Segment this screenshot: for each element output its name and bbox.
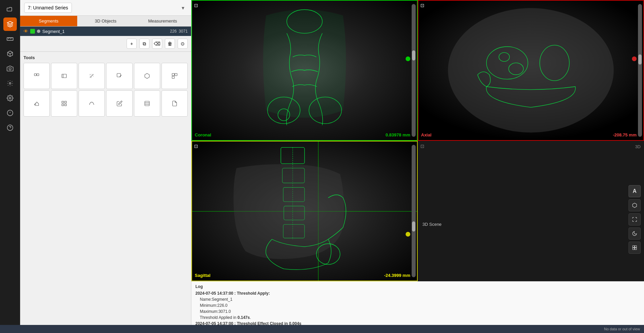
cog-icon-btn[interactable] [3, 91, 17, 105]
axial-scrollbar[interactable] [638, 4, 642, 137]
axial-viewer[interactable]: ⊡ Axial -208.75 mm [418, 0, 644, 141]
coronal-expand-icon[interactable]: ⊡ [194, 3, 198, 8]
svg-rect-29 [62, 104, 63, 106]
segment-tabs: Segments 3D Objects Measurements [20, 16, 191, 27]
sagittal-viewer[interactable]: ⊡ Sagittal -24.3999 mm [191, 141, 418, 282]
log-entry-1: Name:Segment_1 [195, 296, 640, 302]
svg-rect-43 [281, 147, 305, 163]
3d-label: 3D [635, 144, 641, 149]
add-segment-btn[interactable]: + [127, 39, 137, 49]
ruler-icon-btn[interactable] [3, 32, 17, 46]
help-icon-btn[interactable] [3, 121, 17, 134]
tab-measurements[interactable]: Measurements [134, 16, 191, 26]
log-entry-0: 2024-07-05 14:37:00 : Threshold Apply: [195, 290, 640, 296]
svg-point-49 [316, 244, 340, 264]
wand-tool-btn[interactable] [79, 63, 105, 89]
clip-tool-btn[interactable] [162, 90, 188, 117]
svg-point-34 [287, 10, 322, 34]
coronal-ct-image [192, 1, 417, 140]
erase-segment-btn[interactable]: ⌫ [152, 39, 162, 49]
segment-eye-icon[interactable]: 👁 [24, 29, 28, 34]
edit-tool-btn[interactable] [106, 90, 132, 117]
svg-rect-28 [65, 101, 66, 103]
3d-expand-icon[interactable]: ⊡ [420, 143, 424, 149]
coronal-viewer[interactable]: ⊡ Coronal 0.83978 mm [191, 0, 418, 141]
svg-rect-18 [37, 74, 39, 76]
more-segment-btn[interactable]: ⊙ [178, 39, 188, 49]
svg-rect-44 [282, 168, 305, 183]
segment-min: 226 [170, 29, 177, 34]
content-area: ⊡ Coronal 0.83978 mm [191, 0, 644, 325]
svg-rect-27 [62, 101, 63, 103]
3d-fit-btn[interactable] [629, 213, 641, 225]
rectangle-tool-btn[interactable] [51, 63, 77, 89]
rect2-tool-btn[interactable] [134, 90, 160, 117]
sagittal-position-indicator [406, 232, 410, 237]
svg-rect-25 [172, 76, 174, 79]
svg-line-8 [10, 52, 13, 54]
svg-rect-51 [635, 246, 637, 247]
curve-tool-btn[interactable] [79, 90, 105, 117]
layers-icon-btn[interactable] [3, 17, 17, 31]
series-dropdown[interactable]: 7: Unnamed Series [24, 3, 72, 13]
svg-point-39 [487, 47, 528, 79]
sagittal-expand-icon[interactable]: ⊡ [194, 143, 198, 149]
svg-rect-23 [172, 74, 174, 76]
threshold-tool-btn[interactable] [24, 63, 50, 89]
axial-expand-icon[interactable]: ⊡ [420, 3, 424, 8]
icon-sidebar [0, 0, 20, 325]
viewers-grid: ⊡ Coronal 0.83978 mm [191, 0, 644, 281]
svg-line-21 [90, 74, 94, 78]
tools-section: Tools [20, 52, 191, 120]
folder-icon-btn[interactable] [3, 3, 17, 16]
svg-point-10 [9, 83, 11, 84]
series-dropdown-wrapper[interactable]: 7: Unnamed Series [24, 3, 187, 13]
tab-3d-objects[interactable]: 3D Objects [77, 16, 134, 26]
coronal-position-indicator [406, 56, 410, 61]
copy-segment-btn[interactable]: ⧉ [139, 39, 149, 49]
axial-position-indicator [632, 56, 637, 61]
settings-icon-btn[interactable] [3, 77, 17, 90]
split-tool-btn[interactable] [162, 63, 188, 89]
info-icon-btn[interactable] [3, 106, 17, 120]
svg-rect-52 [633, 248, 634, 250]
series-selector-row: 7: Unnamed Series [20, 0, 191, 16]
3d-a-label-btn[interactable]: A [629, 185, 641, 197]
tools-title: Tools [24, 55, 188, 60]
grid-tool-btn[interactable] [51, 90, 77, 117]
tools-grid [24, 63, 188, 117]
tab-segments[interactable]: Segments [20, 16, 77, 26]
svg-point-11 [9, 97, 11, 99]
svg-point-36 [309, 97, 341, 124]
paint-tool-btn[interactable] [106, 63, 132, 89]
sagittal-scrollbar[interactable] [412, 145, 416, 278]
3d-threshold-btn[interactable] [134, 63, 160, 89]
svg-rect-45 [283, 187, 305, 201]
status-bar: No data or out of view [0, 325, 644, 333]
svg-point-40 [540, 45, 569, 81]
cube-icon-btn[interactable] [3, 47, 17, 60]
3d-cube-btn[interactable] [629, 199, 641, 211]
segment-color-swatch [30, 29, 35, 34]
svg-rect-30 [65, 104, 66, 106]
camera-icon-btn[interactable] [3, 62, 17, 75]
svg-rect-19 [62, 74, 66, 78]
segment-max: 3071 [179, 29, 188, 34]
svg-rect-1 [7, 38, 13, 40]
coronal-scrollbar[interactable] [412, 4, 416, 137]
axial-ct-image [418, 1, 643, 140]
svg-point-42 [499, 52, 510, 61]
eraser-tool-btn[interactable] [24, 90, 50, 117]
svg-rect-31 [145, 101, 149, 106]
log-entry-2: Minimum:226.0 [195, 302, 640, 308]
3d-controls: A [629, 185, 641, 254]
log-title: Log [195, 284, 640, 289]
3d-viewer[interactable]: ⊡ 3D 3D Scene A [418, 141, 644, 282]
svg-rect-47 [283, 224, 305, 238]
3d-settings-btn[interactable] [629, 242, 641, 254]
sagittal-ct-image [192, 141, 417, 281]
svg-marker-0 [7, 22, 13, 24]
delete-segment-btn[interactable]: 🗑 [165, 39, 175, 49]
3d-moon-btn[interactable] [629, 227, 641, 240]
segment-actions-bar: + ⧉ ⌫ 🗑 ⊙ [20, 36, 191, 52]
